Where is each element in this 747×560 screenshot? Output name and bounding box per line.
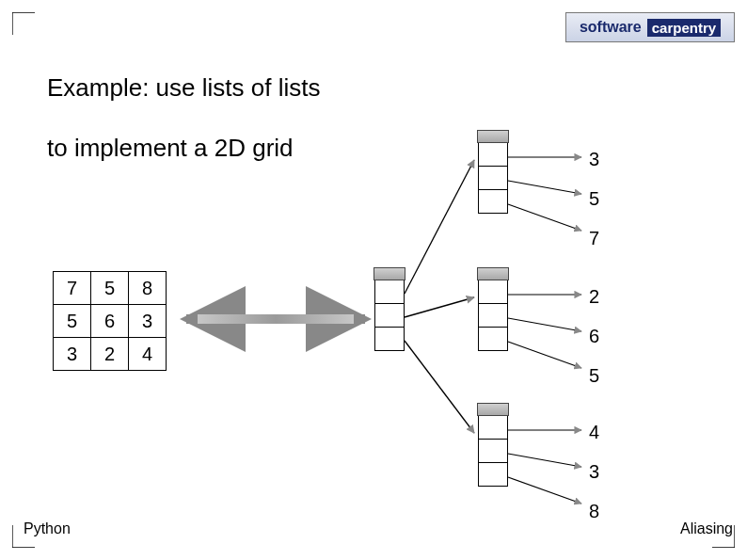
slide-subtitle: to implement a 2D grid <box>47 134 294 163</box>
value: 6 <box>589 326 599 347</box>
list-cell <box>478 304 508 328</box>
inner-list-2-values: 4 3 8 <box>589 422 599 522</box>
inner-list-0-box <box>478 130 508 215</box>
table-row: 3 2 4 <box>54 338 167 371</box>
list-cell <box>478 463 508 487</box>
value: 3 <box>589 149 599 170</box>
list-cell <box>478 280 508 304</box>
list-cell <box>478 328 508 351</box>
footer-right: Aliasing <box>680 520 733 537</box>
inner-list-1-values: 2 6 5 <box>589 286 599 387</box>
table-row: 7 5 8 <box>54 272 167 305</box>
grid-cell: 5 <box>54 305 91 338</box>
logo-word-1: software <box>580 19 642 36</box>
table-row: 5 6 3 <box>54 305 167 338</box>
list-cell <box>374 304 405 328</box>
list-cell <box>374 280 405 304</box>
list-cell <box>478 167 508 190</box>
grid-cell: 3 <box>129 305 167 338</box>
grid-cell: 8 <box>129 272 167 305</box>
software-carpentry-logo: software carpentry <box>565 12 735 42</box>
list-header-icon <box>374 267 405 280</box>
grid-cell: 3 <box>54 338 91 371</box>
grid-cell: 2 <box>91 338 129 371</box>
value: 8 <box>589 501 599 522</box>
value: 3 <box>589 461 599 483</box>
value: 7 <box>589 228 599 249</box>
slide-title: Example: use lists of lists <box>47 73 320 103</box>
grid-cell: 4 <box>129 338 167 371</box>
value: 5 <box>589 188 599 210</box>
inner-list-0-values: 3 5 7 <box>589 149 599 249</box>
list-header-icon <box>477 403 509 416</box>
list-cell <box>374 328 405 351</box>
value: 4 <box>589 422 599 443</box>
list-cell <box>478 416 508 440</box>
grid-cell: 7 <box>54 272 91 305</box>
grid-cell: 5 <box>91 272 129 305</box>
grid-cell: 6 <box>91 305 129 338</box>
list-header-icon <box>477 267 509 280</box>
2d-grid-table: 7 5 8 5 6 3 3 2 4 <box>53 271 167 371</box>
list-cell <box>478 440 508 463</box>
outer-list-box <box>374 267 405 352</box>
list-cell <box>478 190 508 214</box>
logo-word-2: carpentry <box>647 19 721 37</box>
inner-list-1-box <box>478 267 508 352</box>
value: 5 <box>589 365 599 387</box>
list-cell <box>478 143 508 167</box>
value: 2 <box>589 286 599 308</box>
list-header-icon <box>477 130 509 143</box>
footer-left: Python <box>24 520 71 537</box>
inner-list-2-box <box>478 403 508 488</box>
